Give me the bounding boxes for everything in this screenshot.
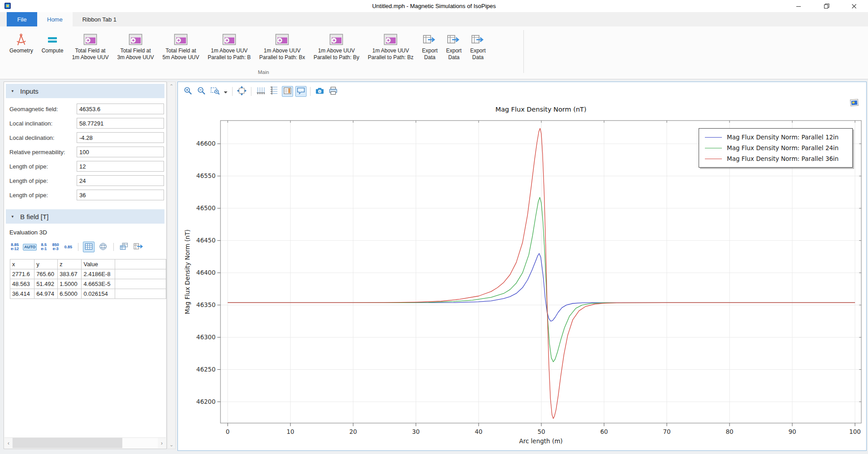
table-cell[interactable]: 6.5000: [58, 289, 82, 299]
ribbon-button-compute[interactable]: Compute: [38, 30, 67, 56]
sphere-evaluation-button[interactable]: [97, 242, 109, 252]
ribbon-button-parallel-path-by[interactable]: 1m Above UUVParallel to Path: By: [310, 30, 363, 62]
image-snapshot-button[interactable]: [314, 86, 325, 97]
table-cell[interactable]: 765.60: [35, 269, 58, 279]
zoom-out-button[interactable]: [196, 86, 207, 97]
table-cell[interactable]: 48.563: [10, 279, 35, 289]
printer-icon: [328, 86, 338, 97]
collapse-triangle-icon: [11, 89, 15, 93]
precision-auto-button[interactable]: AUTO: [23, 244, 37, 251]
legend-icon: [283, 86, 292, 97]
horizontal-scrollbar-thumb[interactable]: [13, 438, 122, 448]
ribbon-button-label: Compute: [42, 48, 64, 54]
pipe-length-1-input[interactable]: [77, 161, 164, 172]
precision-full-button[interactable]: 8.85e-12: [9, 242, 20, 252]
table-row[interactable]: 48.56351.4921.50004.6653E-5: [10, 279, 166, 289]
table-cell[interactable]: 2.4186E-8: [82, 269, 115, 279]
zoom-in-button[interactable]: [182, 86, 194, 97]
horizontal-scrollbar-track[interactable]: [122, 438, 158, 448]
precision-scientific-subtext: e-1: [41, 247, 47, 251]
legend-label: Mag Flux Density Norm: Parallel 24in: [727, 144, 838, 151]
show-tooltips-button[interactable]: [295, 86, 307, 97]
zoom-box-dropdown-button[interactable]: [223, 86, 229, 97]
scroll-down-icon[interactable]: ⌄: [168, 441, 175, 449]
table-cell[interactable]: 36.414: [10, 289, 35, 299]
ribbon-button-label-line: Export: [470, 48, 486, 54]
ribbon-button-total-field-3m[interactable]: Total Field at3m Above UUV: [113, 30, 157, 62]
scroll-up-icon[interactable]: ⌃: [168, 82, 175, 90]
inputs-form: Geomagnetic field:Local inclination:Loca…: [4, 102, 166, 202]
tab-file[interactable]: File: [7, 12, 37, 26]
tab-home[interactable]: Home: [37, 12, 73, 26]
print-button[interactable]: [328, 86, 339, 97]
x-axis-grid-button[interactable]: [255, 86, 266, 97]
x-tick-label: 0: [226, 428, 230, 435]
zoom-box-button[interactable]: [209, 86, 220, 97]
table-cell[interactable]: 51.492: [35, 279, 58, 289]
relative-permeability-input[interactable]: [77, 147, 164, 157]
zoom-extents-button[interactable]: [236, 86, 247, 97]
relative-permeability-label: Relative permeability:: [9, 149, 77, 156]
camera-icon: [315, 86, 324, 97]
zoom-extents-icon: [237, 86, 246, 97]
tab-ribbon-tab-1[interactable]: Ribbon Tab 1: [73, 12, 126, 26]
copy-table-button[interactable]: [118, 242, 130, 252]
ribbon-button-label-line: Export: [446, 48, 462, 54]
collapse-triangle-icon: [11, 215, 15, 219]
plot-legend[interactable]: Mag Flux Density Norm: Parallel 12inMag …: [699, 128, 853, 168]
section-header-inputs[interactable]: Inputs: [6, 84, 164, 98]
legend-label: Mag Flux Density Norm: Parallel 36in: [727, 155, 838, 162]
ribbon-button-parallel-path-bz[interactable]: 1m Above UUVParallel to Path: Bz: [364, 30, 417, 62]
ribbon-button-label-line: 1m Above UUV: [208, 48, 251, 54]
geomagnetic-field-input[interactable]: [77, 104, 164, 114]
graphics-toolbar: [182, 85, 342, 98]
toolbar-separator: [251, 87, 251, 96]
scroll-left-icon[interactable]: ‹: [4, 438, 13, 448]
ribbon-button-geometry[interactable]: Geometry: [6, 30, 37, 56]
table-cell[interactable]: 0.026154: [82, 289, 115, 299]
table-row[interactable]: 2771.6765.60383.672.4186E-8: [10, 269, 166, 279]
ribbon-button-total-field-5m[interactable]: Total Field at5m Above UUV: [159, 30, 203, 62]
local-inclination-input[interactable]: [77, 118, 164, 129]
show-legends-button[interactable]: [282, 86, 293, 97]
ribbon-button-label: Total Field at1m Above UUV: [72, 48, 108, 61]
table-cell[interactable]: 4.6653E-5: [82, 279, 115, 289]
local-declination-input[interactable]: [77, 132, 164, 143]
y-axis-grid-button[interactable]: [268, 86, 280, 97]
horizontal-scrollbar[interactable]: ‹ ›: [4, 437, 166, 448]
export-table-button[interactable]: [133, 242, 144, 252]
ribbon-button-parallel-path-b[interactable]: 1m Above UUVParallel to Path: B: [204, 30, 255, 62]
table-cell[interactable]: 1.5000: [58, 279, 82, 289]
precision-scientific-button[interactable]: 8.5e-1: [39, 242, 48, 252]
ribbon-button-label-line: Geometry: [9, 48, 33, 54]
ribbon-button-total-field-1m[interactable]: Total Field at1m Above UUV: [68, 30, 112, 62]
table-cell[interactable]: 64.974: [35, 289, 58, 299]
ribbon-button-export-data-1[interactable]: ExportData: [419, 30, 441, 62]
table-row[interactable]: 36.41464.9746.50000.026154: [10, 289, 166, 299]
section-header-bfield[interactable]: B field [T]: [6, 209, 164, 224]
ribbon-button-parallel-path-bx[interactable]: 1m Above UUVParallel to Path: Bx: [256, 30, 309, 62]
minimize-button[interactable]: [785, 0, 812, 12]
close-button[interactable]: [840, 0, 868, 12]
ribbon-button-export-data-3[interactable]: ExportData: [466, 30, 489, 62]
ribbon-button-label-line: Data: [470, 54, 486, 61]
vertical-scrollbar[interactable]: ⌃ ⌄: [167, 82, 176, 449]
export-data-icon: [471, 32, 485, 47]
plot-window-icon: [329, 32, 343, 47]
pipe-length-2-input[interactable]: [77, 175, 164, 186]
table-cell[interactable]: 2771.6: [10, 269, 35, 279]
scroll-right-icon[interactable]: ›: [158, 438, 166, 448]
table-view-toggle-button[interactable]: [83, 242, 95, 252]
legend-entry: Mag Flux Density Norm: Parallel 12in: [705, 134, 852, 141]
pipe-length-3-input[interactable]: [77, 190, 164, 200]
ribbon-button-label: 1m Above UUVParallel to Path: B: [208, 48, 251, 61]
ribbon-button-label-line: 1m Above UUV: [314, 48, 359, 54]
pipe-length-3-label: Length of pipe:: [9, 192, 77, 199]
ribbon-button-export-data-2[interactable]: ExportData: [442, 30, 465, 62]
table-cell[interactable]: 383.67: [58, 269, 82, 279]
plot-group-corner-icon[interactable]: [849, 98, 860, 108]
maximize-button[interactable]: [812, 0, 840, 12]
precision-engineering-button[interactable]: 850e-3: [51, 242, 60, 252]
precision-decimal-button[interactable]: 0.85: [63, 244, 73, 251]
precision-engineering-subtext: e-3: [52, 247, 58, 251]
